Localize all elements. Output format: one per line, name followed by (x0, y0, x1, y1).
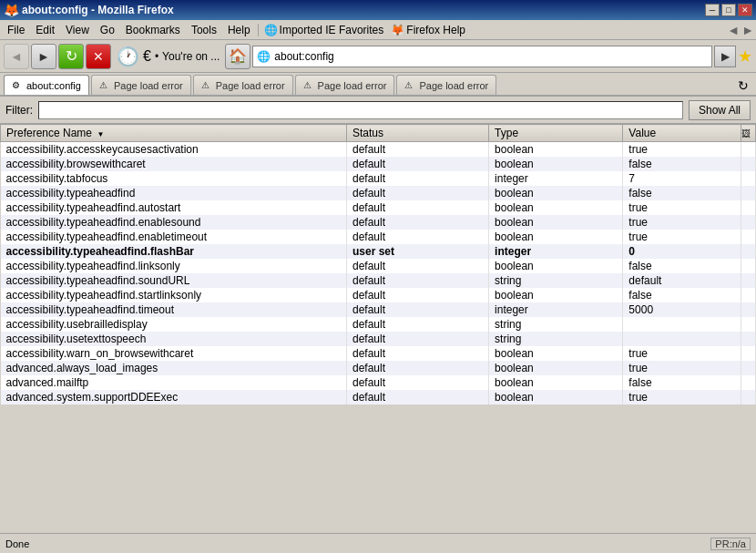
cell-status: default (347, 288, 489, 302)
cell-status: default (347, 259, 489, 273)
cell-status: default (347, 230, 489, 244)
cell-extra (741, 332, 756, 346)
table-row[interactable]: accessibility.browsewithcaretdefaultbool… (1, 157, 756, 171)
maximize-button[interactable]: □ (721, 4, 736, 16)
table-container[interactable]: Preference Name ▼ Status Type Value 🖼 (0, 124, 756, 533)
table-row[interactable]: advanced.always_load_imagesdefaultboolea… (1, 361, 756, 375)
table-row[interactable]: accessibility.accesskeycausesactivationd… (1, 142, 756, 158)
filter-bar: Filter: Show All (0, 97, 756, 124)
cell-value: 0 (623, 244, 741, 259)
table-row[interactable]: accessibility.typeaheadfinddefaultboolea… (1, 186, 756, 200)
menu-bookmarks[interactable]: Bookmarks (120, 22, 186, 38)
home-button[interactable]: 🏠 (225, 44, 250, 69)
tab-favicon-4: ⚠ (404, 80, 415, 91)
tab-page-load-error-1[interactable]: ⚠ Page load error (91, 75, 191, 95)
cell-preference-name: advanced.mailftp (1, 375, 347, 390)
col-preference-name[interactable]: Preference Name ▼ (1, 125, 347, 142)
cell-value: 7 (623, 171, 741, 186)
tab-page-load-error-2[interactable]: ⚠ Page load error (193, 75, 293, 95)
col-type[interactable]: Type (489, 125, 623, 142)
address-input[interactable] (274, 50, 708, 63)
menu-view[interactable]: View (60, 22, 95, 38)
table-row[interactable]: accessibility.typeaheadfind.linksonlydef… (1, 259, 756, 273)
cell-value: false (623, 157, 741, 171)
cell-extra (741, 288, 756, 302)
menu-bar: File Edit View Go Bookmarks Tools Help 🌐… (0, 20, 756, 40)
filter-input[interactable] (38, 101, 683, 119)
table-row[interactable]: accessibility.typeaheadfind.autostartdef… (1, 200, 756, 215)
cell-value (623, 332, 741, 346)
table-row[interactable]: accessibility.usetexttospeechdefaultstri… (1, 332, 756, 346)
cell-type: boolean (489, 375, 623, 390)
window-controls: ─ □ ✕ (705, 4, 752, 16)
content-area: Preference Name ▼ Status Type Value 🖼 (0, 124, 756, 533)
minimize-button[interactable]: ─ (705, 4, 720, 16)
col-value[interactable]: Value (623, 125, 741, 142)
tab-page-load-error-3[interactable]: ⚠ Page load error (295, 75, 395, 95)
reload-button[interactable]: ↻ (58, 44, 84, 69)
tab-page-load-error-4[interactable]: ⚠ Page load error (396, 75, 496, 95)
table-row[interactable]: accessibility.typeaheadfind.soundURLdefa… (1, 273, 756, 288)
cell-preference-name: accessibility.typeaheadfind (1, 186, 347, 200)
you-are-on-text: You're on ... (162, 50, 220, 63)
cell-status: default (347, 215, 489, 230)
cell-type: string (489, 332, 623, 346)
you-are-on: 🕐 € • You're on ... (113, 46, 223, 67)
address-bar: 🌐 (252, 46, 712, 67)
menu-tools[interactable]: Tools (186, 22, 222, 38)
cell-preference-name: advanced.system.supportDDEExec (1, 390, 347, 405)
cell-extra (741, 346, 756, 361)
cell-extra (741, 171, 756, 186)
back-button[interactable]: ◄ (4, 44, 29, 69)
cell-extra (741, 142, 756, 158)
tab-label-3: Page load error (318, 80, 387, 91)
cell-type: boolean (489, 142, 623, 158)
menu-help[interactable]: Help (222, 22, 256, 38)
cell-preference-name: accessibility.accesskeycausesactivation (1, 142, 347, 158)
col-status[interactable]: Status (347, 125, 489, 142)
table-row[interactable]: accessibility.typeaheadfind.enablesoundd… (1, 215, 756, 230)
menu-go[interactable]: Go (95, 22, 120, 38)
table-row[interactable]: advanced.system.supportDDEExecdefaultboo… (1, 390, 756, 405)
go-button[interactable]: ▶ (714, 46, 736, 67)
forward-button[interactable]: ► (31, 44, 56, 69)
cell-value: false (623, 375, 741, 390)
cell-status: default (347, 273, 489, 288)
table-row[interactable]: accessibility.typeaheadfind.timeoutdefau… (1, 302, 756, 317)
menu-firefox-help[interactable]: 🦊 Firefox Help (387, 22, 469, 38)
tab-label-2: Page load error (216, 80, 285, 91)
cell-preference-name: advanced.always_load_images (1, 361, 347, 375)
table-row[interactable]: advanced.mailftpdefaultbooleanfalse (1, 375, 756, 390)
stop-button[interactable]: ✕ (86, 44, 111, 69)
table-row[interactable]: accessibility.typeaheadfind.startlinkson… (1, 288, 756, 302)
table-row[interactable]: accessibility.usebrailledisplaydefaultst… (1, 317, 756, 332)
tab-label-1: Page load error (114, 80, 183, 91)
tab-about-config[interactable]: ⚙ about:config (4, 75, 89, 95)
close-button[interactable]: ✕ (738, 4, 752, 16)
menu-edit[interactable]: Edit (30, 22, 60, 38)
window-title: about:config - Mozilla Firefox (22, 4, 705, 16)
cell-preference-name: accessibility.usebrailledisplay (1, 317, 347, 332)
cell-type: boolean (489, 346, 623, 361)
table-row[interactable]: accessibility.typeaheadfind.enabletimeou… (1, 230, 756, 244)
cell-status: default (347, 317, 489, 332)
sort-arrow-icon: ▼ (97, 130, 104, 138)
tab-label-4: Page load error (419, 80, 488, 91)
table-row[interactable]: accessibility.typeaheadfind.flashBaruser… (1, 244, 756, 259)
cell-extra (741, 273, 756, 288)
menu-file[interactable]: File (2, 22, 30, 38)
nav-bar: ◄ ► ↻ ✕ 🕐 € • You're on ... 🏠 🌐 ▶ ★ (0, 40, 756, 73)
table-row[interactable]: accessibility.warn_on_browsewithcaretdef… (1, 346, 756, 361)
menu-ie-favs[interactable]: 🌐 Imported IE Favorites (261, 22, 388, 38)
tabs-reload-button[interactable]: ↻ (734, 77, 752, 95)
cell-type: boolean (489, 288, 623, 302)
firefox-small-icon: 🦊 (391, 24, 404, 36)
cell-status: default (347, 390, 489, 405)
table-row[interactable]: accessibility.tabfocusdefaultinteger7 (1, 171, 756, 186)
show-all-button[interactable]: Show All (689, 100, 751, 120)
cell-extra (741, 157, 756, 171)
tab-favicon-0: ⚙ (12, 80, 23, 91)
cell-value: true (623, 361, 741, 375)
cell-extra (741, 186, 756, 200)
status-right: PR:n/a (710, 538, 751, 550)
